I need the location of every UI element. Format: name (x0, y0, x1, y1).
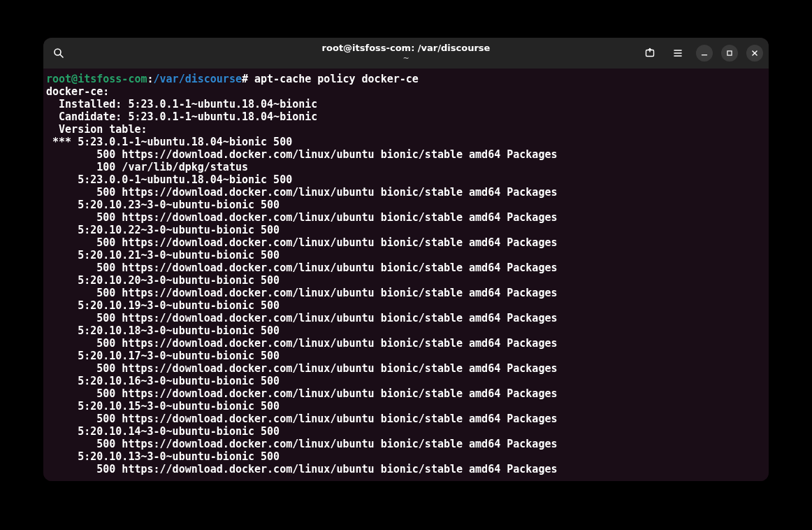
output-version-entry: 5:20.10.14~3-0~ubuntu-bionic 500 (46, 425, 766, 438)
terminal-body[interactable]: root@itsfoss-com:/var/discourse# apt-cac… (43, 69, 769, 481)
output-version-entry: 5:20.10.18~3-0~ubuntu-bionic 500 (46, 324, 766, 337)
output-repo-line: 500 https://download.docker.com/linux/ub… (46, 312, 766, 324)
output-repo-line: 500 https://download.docker.com/linux/ub… (46, 211, 766, 224)
close-icon (750, 48, 760, 58)
output-repo-line: 500 https://download.docker.com/linux/ub… (46, 262, 766, 274)
maximize-icon (725, 48, 734, 58)
output-installed: Installed: 5:23.0.1-1~ubuntu.18.04~bioni… (46, 98, 766, 110)
prompt-path: /var/discourse (154, 73, 242, 85)
maximize-button[interactable] (721, 45, 738, 62)
prompt-user-host: root@itsfoss-com (46, 73, 147, 85)
output-current-version: *** 5:23.0.1-1~ubuntu.18.04~bionic 500 (46, 136, 766, 148)
output-version-entry: 5:20.10.20~3-0~ubuntu-bionic 500 (46, 274, 766, 287)
output-repo-line: 500 https://download.docker.com/linux/ub… (46, 362, 766, 375)
titlebar: root@itsfoss-com: /var/discourse ~ (43, 38, 769, 69)
output-version-entry: 5:20.10.21~3-0~ubuntu-bionic 500 (46, 249, 766, 262)
prompt-line: root@itsfoss-com:/var/discourse# apt-cac… (46, 73, 766, 85)
output-candidate: Candidate: 5:23.0.1-1~ubuntu.18.04~bioni… (46, 110, 766, 123)
close-button[interactable] (746, 45, 763, 62)
svg-line-1 (60, 55, 63, 57)
output-version-entry: 5:20.10.16~3-0~ubuntu-bionic 500 (46, 375, 766, 387)
prompt-hash: # (242, 73, 248, 85)
output-repo-line: 500 https://download.docker.com/linux/ub… (46, 236, 766, 249)
output-version-entry: 5:23.0.0-1~ubuntu.18.04~bionic 500 (46, 173, 766, 186)
output-version-entry: 5:20.10.17~3-0~ubuntu-bionic 500 (46, 350, 766, 362)
minimize-icon (699, 48, 709, 58)
search-button[interactable] (49, 43, 68, 63)
output-version-list: 5:23.0.0-1~ubuntu.18.04~bionic 500 500 h… (46, 173, 766, 475)
output-repo-line: 500 https://download.docker.com/linux/ub… (46, 413, 766, 425)
command-text: apt-cache policy docker-ce (248, 73, 419, 85)
menu-button[interactable] (668, 43, 688, 63)
search-icon (53, 48, 64, 59)
output-version-entry: 5:20.10.15~3-0~ubuntu-bionic 500 (46, 400, 766, 413)
hamburger-icon (672, 48, 683, 59)
output-repo-line: 500 https://download.docker.com/linux/ub… (46, 148, 766, 161)
minimize-button[interactable] (696, 45, 713, 62)
output-repo-line: 500 https://download.docker.com/linux/ub… (46, 387, 766, 400)
output-version-entry: 5:20.10.19~3-0~ubuntu-bionic 500 (46, 299, 766, 312)
output-version-entry: 5:20.10.22~3-0~ubuntu-bionic 500 (46, 224, 766, 236)
output-package: docker-ce: (46, 85, 766, 98)
output-version-table: Version table: (46, 123, 766, 136)
output-version-entry: 5:20.10.13~3-0~ubuntu-bionic 500 (46, 450, 766, 463)
output-repo-line: 500 https://download.docker.com/linux/ub… (46, 463, 766, 475)
new-tab-icon (644, 48, 655, 59)
svg-rect-8 (727, 51, 732, 55)
output-repo-line: 500 https://download.docker.com/linux/ub… (46, 438, 766, 450)
prompt-colon: : (147, 73, 154, 85)
terminal-window: root@itsfoss-com: /var/discourse ~ (43, 38, 769, 481)
output-repo-line: 500 https://download.docker.com/linux/ub… (46, 186, 766, 199)
output-version-entry: 5:20.10.23~3-0~ubuntu-bionic 500 (46, 199, 766, 211)
new-tab-button[interactable] (640, 43, 660, 63)
output-repo-line: 500 https://download.docker.com/linux/ub… (46, 287, 766, 299)
output-status-line: 100 /var/lib/dpkg/status (46, 161, 766, 173)
output-repo-line: 500 https://download.docker.com/linux/ub… (46, 337, 766, 350)
